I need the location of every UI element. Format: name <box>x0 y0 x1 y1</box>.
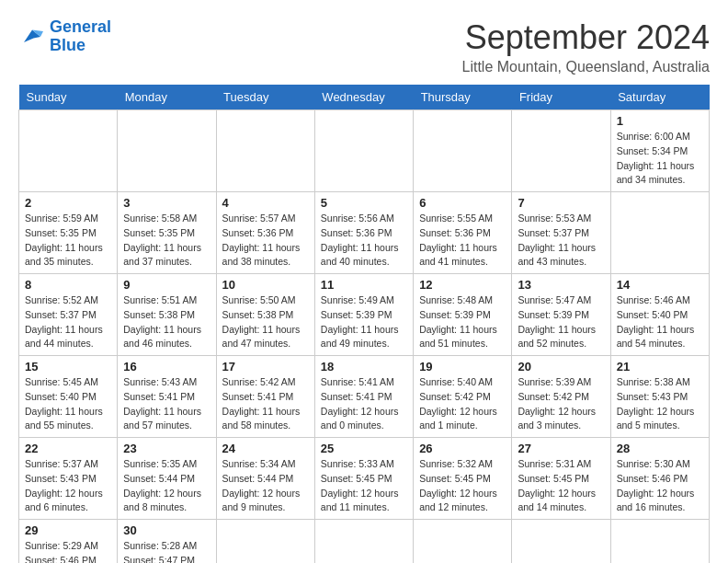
day-number: 29 <box>25 523 111 537</box>
day-number: 11 <box>321 278 407 292</box>
day-number: 19 <box>419 360 506 373</box>
calendar-cell: 21Sunrise: 5:38 AMSunset: 5:43 PMDayligh… <box>610 356 709 438</box>
day-info: Sunrise: 5:55 AMSunset: 5:36 PMDaylight:… <box>419 212 506 270</box>
calendar-cell: 23Sunrise: 5:35 AMSunset: 5:44 PMDayligh… <box>118 438 216 520</box>
day-number: 3 <box>123 196 210 210</box>
day-number: 28 <box>617 442 703 455</box>
week-row-5: 29Sunrise: 5:29 AMSunset: 5:46 PMDayligh… <box>19 520 710 564</box>
col-header-sunday: Sunday <box>19 85 118 110</box>
calendar-cell: 15Sunrise: 5:45 AMSunset: 5:40 PMDayligh… <box>19 356 118 438</box>
day-number: 18 <box>321 360 407 373</box>
logo-general: General <box>50 17 111 36</box>
day-info: Sunrise: 5:42 AMSunset: 5:41 PMDaylight:… <box>222 375 309 433</box>
col-header-tuesday: Tuesday <box>216 85 314 110</box>
day-number: 27 <box>518 442 604 455</box>
calendar-cell: 24Sunrise: 5:34 AMSunset: 5:44 PMDayligh… <box>216 438 314 520</box>
day-number: 1 <box>617 114 703 128</box>
calendar-cell: 3Sunrise: 5:58 AMSunset: 5:35 PMDaylight… <box>118 192 216 274</box>
calendar-cell: 5Sunrise: 5:56 AMSunset: 5:36 PMDaylight… <box>314 192 413 274</box>
calendar-cell: 12Sunrise: 5:48 AMSunset: 5:39 PMDayligh… <box>414 274 512 356</box>
day-info: Sunrise: 5:47 AMSunset: 5:39 PMDaylight:… <box>518 293 604 351</box>
calendar-cell: 25Sunrise: 5:33 AMSunset: 5:45 PMDayligh… <box>314 438 413 520</box>
calendar-cell: 29Sunrise: 5:29 AMSunset: 5:46 PMDayligh… <box>19 520 118 564</box>
col-header-monday: Monday <box>118 85 216 110</box>
calendar-cell: 26Sunrise: 5:32 AMSunset: 5:45 PMDayligh… <box>414 438 512 520</box>
col-header-friday: Friday <box>512 85 610 110</box>
calendar-cell: 1Sunrise: 6:00 AMSunset: 5:34 PMDaylight… <box>610 110 709 192</box>
day-info: Sunrise: 5:39 AMSunset: 5:42 PMDaylight:… <box>518 375 604 433</box>
day-info: Sunrise: 5:40 AMSunset: 5:42 PMDaylight:… <box>419 375 506 433</box>
day-info: Sunrise: 5:29 AMSunset: 5:46 PMDaylight:… <box>25 539 111 563</box>
calendar-cell <box>216 110 314 192</box>
day-number: 22 <box>25 442 111 455</box>
logo-blue: Blue <box>50 36 85 54</box>
day-info: Sunrise: 5:43 AMSunset: 5:41 PMDaylight:… <box>123 375 210 433</box>
day-info: Sunrise: 5:33 AMSunset: 5:45 PMDaylight:… <box>321 457 407 515</box>
calendar-cell: 9Sunrise: 5:51 AMSunset: 5:38 PMDaylight… <box>118 274 216 356</box>
day-info: Sunrise: 5:32 AMSunset: 5:45 PMDaylight:… <box>419 457 506 515</box>
day-number: 10 <box>222 278 309 292</box>
calendar-header-row: SundayMondayTuesdayWednesdayThursdayFrid… <box>19 85 710 110</box>
day-info: Sunrise: 5:49 AMSunset: 5:39 PMDaylight:… <box>321 293 407 351</box>
calendar-cell <box>118 110 216 192</box>
calendar-cell <box>414 520 512 564</box>
month-title: September 2024 <box>462 18 711 57</box>
day-info: Sunrise: 5:46 AMSunset: 5:40 PMDaylight:… <box>617 293 703 351</box>
calendar-cell: 19Sunrise: 5:40 AMSunset: 5:42 PMDayligh… <box>414 356 512 438</box>
day-info: Sunrise: 5:48 AMSunset: 5:39 PMDaylight:… <box>419 293 506 351</box>
day-number: 14 <box>617 278 703 292</box>
calendar-cell: 4Sunrise: 5:57 AMSunset: 5:36 PMDaylight… <box>216 192 314 274</box>
day-number: 12 <box>419 278 506 292</box>
logo: General Blue <box>18 18 111 55</box>
calendar-cell: 18Sunrise: 5:41 AMSunset: 5:41 PMDayligh… <box>314 356 413 438</box>
location-subtitle: Little Mountain, Queensland, Australia <box>462 59 711 75</box>
day-info: Sunrise: 5:38 AMSunset: 5:43 PMDaylight:… <box>617 375 703 433</box>
day-info: Sunrise: 5:28 AMSunset: 5:47 PMDaylight:… <box>123 539 210 563</box>
day-number: 5 <box>321 196 407 210</box>
calendar-cell <box>512 110 610 192</box>
day-number: 26 <box>419 442 506 455</box>
calendar-cell: 7Sunrise: 5:53 AMSunset: 5:37 PMDaylight… <box>512 192 610 274</box>
day-number: 23 <box>123 442 210 455</box>
week-row-4: 22Sunrise: 5:37 AMSunset: 5:43 PMDayligh… <box>19 438 710 520</box>
day-number: 4 <box>222 196 309 210</box>
day-info: Sunrise: 5:52 AMSunset: 5:37 PMDaylight:… <box>25 293 111 351</box>
col-header-wednesday: Wednesday <box>314 85 413 110</box>
day-number: 25 <box>321 442 407 455</box>
day-number: 8 <box>25 278 111 292</box>
title-section: September 2024 Little Mountain, Queensla… <box>462 18 711 75</box>
day-info: Sunrise: 5:41 AMSunset: 5:41 PMDaylight:… <box>321 375 407 433</box>
calendar-cell <box>19 110 118 192</box>
calendar-cell: 14Sunrise: 5:46 AMSunset: 5:40 PMDayligh… <box>610 274 709 356</box>
col-header-thursday: Thursday <box>414 85 512 110</box>
col-header-saturday: Saturday <box>610 85 709 110</box>
day-info: Sunrise: 5:51 AMSunset: 5:38 PMDaylight:… <box>123 293 210 351</box>
calendar-table: SundayMondayTuesdayWednesdayThursdayFrid… <box>18 85 710 563</box>
calendar-cell <box>512 520 610 564</box>
calendar-cell: 2Sunrise: 5:59 AMSunset: 5:35 PMDaylight… <box>19 192 118 274</box>
calendar-cell <box>216 520 314 564</box>
day-info: Sunrise: 5:30 AMSunset: 5:46 PMDaylight:… <box>617 457 703 515</box>
calendar-cell: 28Sunrise: 5:30 AMSunset: 5:46 PMDayligh… <box>610 438 709 520</box>
day-info: Sunrise: 6:00 AMSunset: 5:34 PMDaylight:… <box>617 130 703 188</box>
page-header: General Blue September 2024 Little Mount… <box>18 18 710 75</box>
day-number: 17 <box>222 360 309 373</box>
calendar-cell <box>314 520 413 564</box>
calendar-cell <box>610 520 709 564</box>
day-number: 20 <box>518 360 604 373</box>
calendar-cell <box>314 110 413 192</box>
week-row-0: 1Sunrise: 6:00 AMSunset: 5:34 PMDaylight… <box>19 110 710 192</box>
calendar-cell: 10Sunrise: 5:50 AMSunset: 5:38 PMDayligh… <box>216 274 314 356</box>
day-number: 21 <box>617 360 703 373</box>
week-row-1: 2Sunrise: 5:59 AMSunset: 5:35 PMDaylight… <box>19 192 710 274</box>
calendar-cell: 27Sunrise: 5:31 AMSunset: 5:45 PMDayligh… <box>512 438 610 520</box>
calendar-cell: 22Sunrise: 5:37 AMSunset: 5:43 PMDayligh… <box>19 438 118 520</box>
day-info: Sunrise: 5:59 AMSunset: 5:35 PMDaylight:… <box>25 212 111 270</box>
day-info: Sunrise: 5:31 AMSunset: 5:45 PMDaylight:… <box>518 457 604 515</box>
day-info: Sunrise: 5:58 AMSunset: 5:35 PMDaylight:… <box>123 212 210 270</box>
day-info: Sunrise: 5:50 AMSunset: 5:38 PMDaylight:… <box>222 293 309 351</box>
day-info: Sunrise: 5:56 AMSunset: 5:36 PMDaylight:… <box>321 212 407 270</box>
day-number: 6 <box>419 196 506 210</box>
calendar-cell: 30Sunrise: 5:28 AMSunset: 5:47 PMDayligh… <box>118 520 216 564</box>
day-info: Sunrise: 5:37 AMSunset: 5:43 PMDaylight:… <box>25 457 111 515</box>
